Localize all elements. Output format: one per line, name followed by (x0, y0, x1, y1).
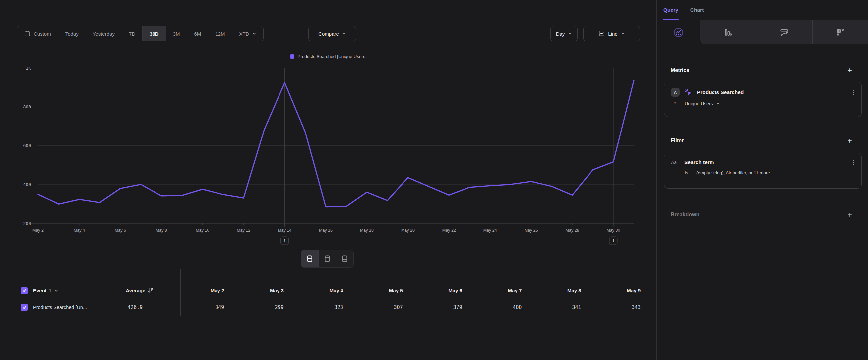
metrics-title: Metrics (671, 67, 689, 74)
row-series-name: Products Searched [Un... (33, 305, 87, 310)
filter-card[interactable]: Aa Search term Is (empty string), Air pu… (664, 153, 862, 189)
event-column-label: Event (33, 287, 47, 293)
filter-property-name: Search term (684, 159, 848, 165)
results-table: Event 1 Average May 2May 3May 4May 5May … (0, 283, 656, 316)
svg-text:May 26: May 26 (525, 228, 538, 233)
row-checkbox[interactable] (21, 304, 28, 311)
svg-text:May 18: May 18 (360, 228, 374, 233)
chevron-down-icon (716, 102, 720, 106)
main-area: CustomTodayYesterday7D30D3M6M12MXTD Comp… (0, 0, 656, 360)
layout-chart-button[interactable] (318, 250, 336, 267)
metric-measure-row[interactable]: # Unique Users (664, 96, 861, 106)
breakdown-title: Breakdown (671, 212, 699, 218)
range-custom[interactable]: Custom (17, 26, 58, 41)
column-header: May 4 (300, 287, 359, 293)
range-today[interactable]: Today (58, 26, 86, 41)
svg-text:May 22: May 22 (442, 228, 456, 233)
metric-card[interactable]: A Products Searched # Unique Users (664, 82, 862, 117)
chart-type-button[interactable]: Line (583, 26, 640, 41)
line-chart-icon (674, 28, 683, 37)
interval-label: Day (556, 31, 565, 36)
cell-value: 323 (300, 304, 359, 310)
chart-legend: Products Searched [Unique Users] (0, 54, 656, 59)
string-type-icon: Aa (671, 160, 680, 165)
compare-label: Compare (318, 31, 339, 36)
range-6m[interactable]: 6M (187, 26, 208, 41)
column-header: May 5 (359, 287, 418, 293)
svg-text:400: 400 (23, 182, 31, 187)
table-row-left: Products Searched [Un... 426.9 (0, 304, 181, 311)
range-7d[interactable]: 7D (122, 26, 142, 41)
layout-split-button[interactable] (301, 250, 318, 267)
chart-type-tab-more[interactable] (812, 20, 868, 44)
svg-text:May 2: May 2 (32, 228, 44, 233)
layout-table-button[interactable] (336, 250, 353, 267)
cell-value: 379 (419, 304, 478, 310)
split-view-icon (306, 255, 313, 262)
layout-toggle-group (301, 250, 354, 268)
breakdown-section-header: Breakdown + (671, 209, 852, 220)
svg-text:May 24: May 24 (484, 228, 497, 233)
svg-text:1: 1 (283, 239, 286, 244)
filter-condition-row[interactable]: Is (empty string), Air purifier, or 11 m… (664, 166, 861, 175)
column-header: May 9 (597, 287, 656, 293)
tab-query[interactable]: Query (663, 7, 678, 13)
kebab-menu-icon[interactable] (852, 159, 855, 166)
hash-icon: # (673, 101, 685, 106)
table-body: Event 1 Average May 2May 3May 4May 5May … (0, 283, 656, 316)
svg-text:May 4: May 4 (73, 228, 85, 233)
metric-letter-badge: A (671, 88, 680, 96)
svg-text:May 20: May 20 (401, 228, 415, 233)
add-breakdown-button[interactable]: + (847, 211, 852, 219)
select-all-checkbox[interactable] (21, 287, 28, 294)
table-row[interactable]: Products Searched [Un... 426.9 349299323… (0, 298, 656, 316)
bar-chart-icon (724, 28, 733, 36)
column-header: May 2 (181, 287, 240, 293)
average-column-label: Average (126, 287, 145, 293)
sidebar-tabs: Query Chart (657, 0, 868, 20)
range-12m[interactable]: 12M (208, 26, 232, 41)
toolbar: CustomTodayYesterday7D30D3M6M12MXTD Comp… (0, 0, 656, 47)
row-average-value: 426.9 (128, 304, 181, 310)
table-focus-icon (341, 255, 348, 262)
more-charts-grid-icon (836, 28, 845, 36)
svg-text:May 10: May 10 (196, 228, 209, 233)
svg-text:600: 600 (23, 143, 31, 148)
table-date-headers: May 2May 3May 4May 5May 6May 7May 8May 9 (181, 283, 656, 298)
funnel-flow-icon (780, 28, 789, 37)
svg-text:May 12: May 12 (237, 228, 250, 233)
chevron-down-icon (252, 32, 256, 35)
event-count: 1 (49, 288, 52, 293)
chart-type-tab-line[interactable] (657, 20, 700, 44)
kebab-menu-icon[interactable] (852, 89, 855, 96)
sort-icon[interactable] (147, 287, 153, 293)
range-xtd[interactable]: XTD (232, 26, 263, 41)
app-window: CustomTodayYesterday7D30D3M6M12MXTD Comp… (0, 0, 868, 360)
legend-label: Products Searched [Unique Users] (298, 54, 367, 59)
chart-type-label: Line (608, 31, 617, 36)
date-range-group: CustomTodayYesterday7D30D3M6M12MXTD (17, 26, 264, 41)
column-header: May 8 (537, 287, 597, 293)
chart-type-tab-bar[interactable] (700, 20, 756, 44)
add-filter-button[interactable]: + (847, 137, 852, 145)
filter-values-summary: (empty string), Air purifier, or 11 more (696, 170, 770, 175)
metric-name: Products Searched (697, 89, 848, 95)
line-chart[interactable]: 2004006008001KMay 2May 4May 6May 8May 10… (0, 61, 656, 252)
column-header: May 3 (240, 287, 300, 293)
interval-button[interactable]: Day (550, 26, 578, 41)
range-30d[interactable]: 30D (142, 26, 166, 41)
cell-value: 307 (359, 304, 418, 310)
chevron-down-icon (621, 32, 625, 35)
chart-type-tab-funnel[interactable] (756, 20, 812, 44)
check-icon (22, 288, 27, 293)
add-metric-button[interactable]: + (847, 66, 852, 74)
range-3m[interactable]: 3M (166, 26, 187, 41)
cell-value: 341 (537, 304, 597, 310)
chevron-down-icon[interactable] (54, 288, 58, 293)
range-yesterday[interactable]: Yesterday (86, 26, 122, 41)
compare-button[interactable]: Compare (308, 26, 356, 41)
metrics-section-header: Metrics + (671, 65, 852, 76)
svg-text:200: 200 (23, 221, 31, 226)
tab-chart[interactable]: Chart (690, 7, 704, 13)
line-chart-icon (598, 30, 605, 37)
